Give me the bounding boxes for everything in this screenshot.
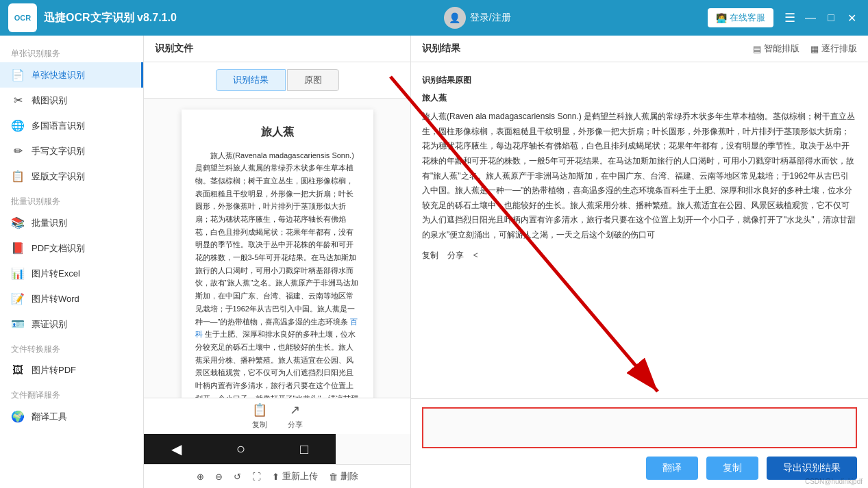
- phone-square-icon[interactable]: □: [300, 441, 308, 457]
- rotate-icon: ↺: [234, 472, 241, 482]
- delete-button[interactable]: 🗑 删除: [329, 470, 358, 483]
- service-label: 在线客服: [730, 12, 765, 24]
- sidebar-item-handwrite[interactable]: ✏ 手写文字识别: [0, 138, 143, 164]
- result-arrow: <: [473, 251, 478, 260]
- smart-layout-icon: ▤: [753, 44, 761, 54]
- file-copy-button[interactable]: 📋 复制: [252, 402, 267, 430]
- sidebar-item-excel[interactable]: 📊 图片转Excel: [0, 261, 143, 286]
- result-share-text[interactable]: 分享: [447, 251, 464, 260]
- doc-title: 旅人蕉: [195, 123, 360, 141]
- result-panel: 识别结果 ▤ 智能排版 ▦ 逐行排版 识别结果原图 旅人蕉 旅人蕉(Raven …: [411, 36, 868, 488]
- main-layout: 单张识别服务 📄 单张快速识别 ✂ 截图识别 🌐 多国语言识别 ✏ 手写文字识别…: [0, 36, 868, 488]
- app-title: 迅捷OCR文字识别 v8.7.1.0: [44, 11, 260, 25]
- handwrite-icon: ✏: [11, 144, 25, 157]
- reupload-icon: ⬆: [272, 472, 280, 482]
- vertical-icon: 📋: [11, 170, 25, 183]
- app-logo: OCR: [8, 3, 37, 32]
- user-login[interactable]: 👤 登录/注册: [444, 7, 511, 29]
- sidebar: 单张识别服务 📄 单张快速识别 ✂ 截图识别 🌐 多国语言识别 ✏ 手写文字识别…: [0, 36, 144, 488]
- tab-original[interactable]: 原图: [287, 69, 339, 91]
- zoom-out-button[interactable]: ⊖: [215, 472, 223, 482]
- content-wrapper: 识别文件 识别结果 原图 旅人蕉 旅人蕉(Ravenala madagascar…: [144, 36, 868, 488]
- maximize-button[interactable]: □: [823, 10, 839, 26]
- sidebar-item-label-handwrite: 手写文字识别: [32, 145, 85, 157]
- document-page: 旅人蕉 旅人蕉(Ravenala madagascariensis Sonn.)…: [182, 110, 373, 398]
- translate-icon: 🌍: [11, 410, 25, 423]
- pdf-icon: 📕: [11, 242, 25, 255]
- titlebar: OCR 迅捷OCR文字识别 v8.7.1.0 👤 登录/注册 👩‍💻 在线客服 …: [0, 0, 868, 36]
- sidebar-item-pdf[interactable]: 📕 PDF文档识别: [0, 235, 143, 261]
- reupload-label: 重新上传: [282, 470, 318, 483]
- avatar: 👤: [444, 7, 466, 29]
- sidebar-item-pdf2[interactable]: 🖼 图片转PDF: [0, 358, 143, 383]
- word-icon: 📝: [11, 292, 25, 305]
- phone-back-icon[interactable]: ◀: [171, 441, 182, 457]
- result-text: 旅人蕉(Raven ala madagascariensis Sonn.) 是鹤…: [422, 110, 857, 242]
- result-subject: 旅人蕉: [422, 91, 857, 106]
- sidebar-item-id[interactable]: 🪪 票证识别: [0, 311, 143, 337]
- sidebar-item-label-clip: 截图识别: [32, 94, 67, 107]
- smart-layout-label: 智能排版: [764, 42, 799, 55]
- file-share-button[interactable]: ↗ 分享: [288, 402, 303, 430]
- titlebar-center: 👤 登录/注册: [260, 7, 694, 29]
- sidebar-item-label-excel: 图片转Excel: [32, 268, 80, 280]
- copy-share-row: 复制 分享 <: [422, 248, 857, 264]
- line-layout-option[interactable]: ▦ 逐行排版: [810, 42, 857, 55]
- smart-layout-option[interactable]: ▤ 智能排版: [753, 42, 799, 55]
- delete-icon: 🗑: [329, 472, 338, 482]
- sidebar-item-vertical[interactable]: 📋 竖版文字识别: [0, 164, 143, 189]
- sidebar-item-clip[interactable]: ✂ 截图识别: [0, 88, 143, 113]
- result-options: ▤ 智能排版 ▦ 逐行排版: [753, 42, 857, 55]
- watermark: CSDN@hudinkjpdf: [805, 478, 863, 485]
- sidebar-item-label-pdf: PDF文档识别: [32, 242, 85, 255]
- translate-button[interactable]: 翻译: [646, 457, 698, 480]
- file-tabs: 识别结果 原图: [144, 62, 410, 99]
- export-button[interactable]: 导出识别结果: [767, 457, 857, 480]
- close-button[interactable]: ✕: [843, 10, 860, 26]
- doc-text: 旅人蕉(Ravenala madagascariensis Sonn.)是鹤望兰…: [195, 149, 360, 398]
- file-copy-label: 复制: [252, 420, 267, 430]
- file-panel: 识别文件 识别结果 原图 旅人蕉 旅人蕉(Ravenala madagascar…: [144, 36, 411, 488]
- copy-button[interactable]: 复制: [706, 457, 758, 480]
- window-controls: ☰ — □ ✕: [784, 10, 860, 26]
- copy-action-icon: 📋: [252, 402, 267, 418]
- sidebar-item-word[interactable]: 📝 图片转Word: [0, 286, 143, 311]
- quick-icon: 📄: [11, 68, 25, 81]
- line-layout-icon: ▦: [810, 44, 819, 54]
- reupload-button[interactable]: ⬆ 重新上传: [272, 470, 318, 483]
- phone-bar: ◀ ○ □: [144, 434, 336, 464]
- highlight-text: 百科: [195, 318, 358, 339]
- sidebar-item-translate[interactable]: 🌍 翻译工具: [0, 404, 143, 429]
- batch-icon: 📚: [11, 216, 25, 229]
- user-label: 登录/注册: [470, 12, 511, 24]
- sidebar-section-convert: 文件转换服务: [0, 337, 143, 358]
- logo-text: OCR: [14, 14, 31, 22]
- service-icon: 👩‍💻: [716, 13, 727, 23]
- sidebar-item-quick[interactable]: 📄 单张快速识别: [0, 62, 143, 88]
- zoom-out-icon: ⊖: [215, 472, 223, 482]
- zoom-in-button[interactable]: ⊕: [197, 472, 204, 482]
- tab-result[interactable]: 识别结果: [216, 69, 286, 91]
- sidebar-item-label-multilang: 多国语言识别: [32, 120, 85, 132]
- result-header: 识别结果 ▤ 智能排版 ▦ 逐行排版: [411, 36, 868, 62]
- result-copy-text[interactable]: 复制: [422, 251, 438, 260]
- minimize-button[interactable]: —: [802, 10, 819, 26]
- file-content: 旅人蕉 旅人蕉(Ravenala madagascariensis Sonn.)…: [144, 99, 410, 398]
- sidebar-section-translate: 文件翻译服务: [0, 383, 143, 404]
- result-content: 识别结果原图 旅人蕉 旅人蕉(Raven ala madagascariensi…: [411, 62, 868, 398]
- menu-icon[interactable]: ☰: [784, 10, 795, 25]
- bottom-toolbar: ⊕ ⊖ ↺ ⛶ ⬆ 重新上传 🗑 删除: [144, 464, 410, 488]
- fit-button[interactable]: ⛶: [252, 472, 261, 482]
- sidebar-item-label-vertical: 竖版文字识别: [32, 170, 85, 183]
- service-button[interactable]: 👩‍💻 在线客服: [708, 8, 773, 27]
- sidebar-section-single: 单张识别服务: [0, 41, 143, 62]
- sidebar-item-multilang[interactable]: 🌐 多国语言识别: [0, 113, 143, 138]
- sidebar-item-label-pdf2: 图片转PDF: [32, 364, 76, 376]
- fit-icon: ⛶: [252, 472, 261, 482]
- file-share-label: 分享: [288, 420, 303, 430]
- sidebar-item-batch[interactable]: 📚 批量识别: [0, 210, 143, 235]
- line-layout-label: 逐行排版: [821, 42, 857, 55]
- phone-home-icon[interactable]: ○: [236, 440, 245, 458]
- rotate-button[interactable]: ↺: [234, 472, 241, 482]
- sidebar-item-label-translate: 翻译工具: [32, 411, 67, 423]
